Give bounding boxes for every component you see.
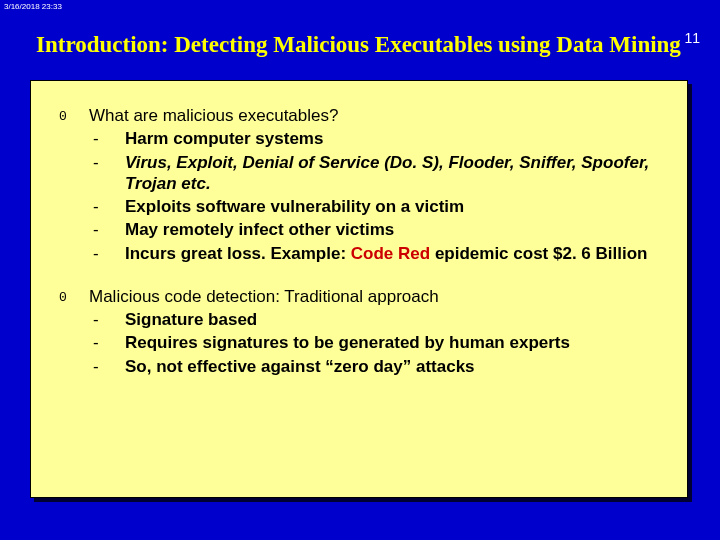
- topic-question: Malicious code detection: Traditional ap…: [89, 286, 659, 307]
- sub-item: - Incurs great loss. Example: Code Red e…: [89, 243, 659, 264]
- sub-item: - Harm computer systems: [89, 128, 659, 149]
- dash-icon: -: [89, 219, 125, 240]
- sub-item: - Exploits software vulnerability on a v…: [89, 196, 659, 217]
- topic-block: 0 What are malicious executables? - Harm…: [59, 105, 659, 264]
- dash-icon: -: [89, 243, 125, 264]
- dash-icon: -: [89, 128, 125, 149]
- dash-icon: -: [89, 356, 125, 377]
- bullet-icon: 0: [59, 105, 89, 264]
- sub-item: - Requires signatures to be generated by…: [89, 332, 659, 353]
- sub-text: So, not effective against “zero day” att…: [125, 356, 659, 377]
- sub-text: Signature based: [125, 309, 659, 330]
- content-panel: 0 What are malicious executables? - Harm…: [30, 80, 688, 498]
- sub-text: Exploits software vulnerability on a vic…: [125, 196, 659, 217]
- slide-title: Introduction: Detecting Malicious Execut…: [36, 32, 681, 58]
- sub-item: - So, not effective against “zero day” a…: [89, 356, 659, 377]
- dash-icon: -: [89, 332, 125, 353]
- sub-text: May remotely infect other victims: [125, 219, 659, 240]
- sub-item: - Signature based: [89, 309, 659, 330]
- topic-body: What are malicious executables? - Harm c…: [89, 105, 659, 264]
- sub-text: Virus, Exploit, Denial of Service (Do. S…: [125, 152, 659, 195]
- dash-icon: -: [89, 196, 125, 217]
- page-number: 11: [684, 30, 700, 46]
- topic-question: What are malicious executables?: [89, 105, 659, 126]
- sub-text: Harm computer systems: [125, 128, 659, 149]
- topic-block: 0 Malicious code detection: Traditional …: [59, 286, 659, 377]
- sub-text: Requires signatures to be generated by h…: [125, 332, 659, 353]
- topic-body: Malicious code detection: Traditional ap…: [89, 286, 659, 377]
- dash-icon: -: [89, 309, 125, 330]
- dash-icon: -: [89, 152, 125, 195]
- timestamp: 3/16/2018 23:33: [4, 2, 62, 11]
- sub-item: - May remotely infect other victims: [89, 219, 659, 240]
- sub-text: Incurs great loss. Example: Code Red epi…: [125, 243, 659, 264]
- sub-item: - Virus, Exploit, Denial of Service (Do.…: [89, 152, 659, 195]
- bullet-icon: 0: [59, 286, 89, 377]
